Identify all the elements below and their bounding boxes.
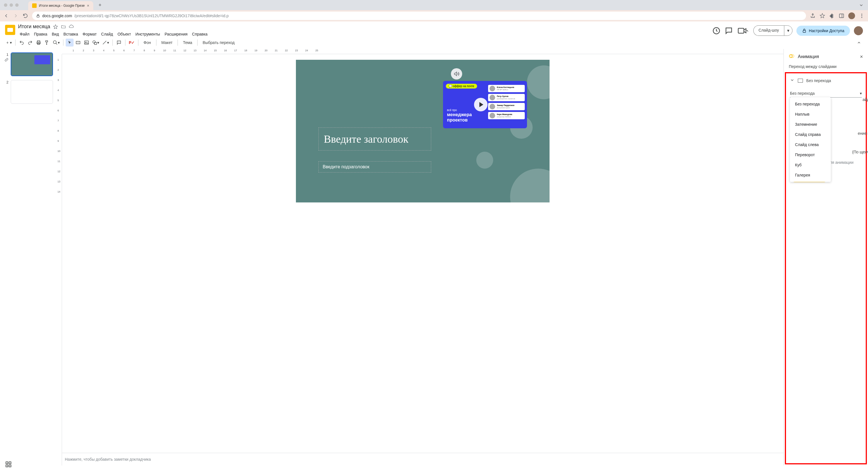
- slides-logo-icon[interactable]: [5, 25, 15, 35]
- embedded-video[interactable]: 💬 оффер на почте всё про менеджера проек…: [443, 81, 527, 128]
- menu-Расширения[interactable]: Расширения: [163, 31, 189, 37]
- slide-canvas[interactable]: 💬 оффер на почте всё про менеджера проек…: [296, 60, 550, 202]
- browser-profile-avatar[interactable]: [848, 12, 855, 19]
- svg-rect-25: [9, 462, 11, 464]
- browser-tab[interactable]: Итоги месяца - Google Презе ×: [28, 1, 93, 10]
- canvas-scroll[interactable]: 💬 оффер на почте всё про менеджера проек…: [62, 54, 783, 453]
- new-slide-button[interactable]: + ▾: [5, 39, 13, 47]
- svg-rect-27: [9, 465, 11, 466]
- transition-option[interactable]: Без перехода: [790, 99, 831, 109]
- background-button[interactable]: Фон: [141, 40, 154, 45]
- slideshow-dropdown[interactable]: ▾: [784, 25, 793, 36]
- share-button[interactable]: Настройки Доступа: [797, 26, 850, 36]
- zoom-button[interactable]: ▾: [52, 39, 61, 47]
- tab-bar: Итоги месяца - Google Презе × +: [28, 0, 104, 10]
- transition-option[interactable]: Слайд слева: [790, 140, 831, 150]
- layout-button[interactable]: Макет: [159, 40, 176, 45]
- svg-rect-26: [6, 465, 8, 466]
- menu-Файл[interactable]: Файл: [18, 31, 31, 37]
- extensions-icon[interactable]: [829, 13, 835, 19]
- line-tool[interactable]: ▾: [101, 39, 110, 47]
- explore-icon[interactable]: [5, 461, 12, 466]
- print-button[interactable]: [35, 39, 42, 47]
- transition-button[interactable]: Выбрать переход: [200, 40, 237, 45]
- svg-line-13: [56, 43, 57, 45]
- slideshow-button[interactable]: Слайд-шоу: [753, 25, 784, 36]
- share-page-icon[interactable]: [810, 13, 815, 19]
- video-badge: 💬 оффер на почте: [446, 84, 477, 89]
- textbox-tool[interactable]: T: [74, 39, 82, 47]
- animation-sidebar: Анимация × Переход между слайдами Без пе…: [783, 49, 868, 466]
- move-folder-icon[interactable]: [61, 24, 66, 29]
- slide-thumbnail-1[interactable]: [11, 53, 53, 76]
- dropdown-arrow-icon: ▾: [860, 91, 862, 95]
- shape-tool[interactable]: ▾: [91, 39, 100, 47]
- tabs-dropdown-icon[interactable]: [859, 2, 864, 8]
- cloud-saved-icon[interactable]: [69, 24, 74, 29]
- history-icon[interactable]: [712, 27, 721, 35]
- collapse-toolbar-icon[interactable]: [855, 39, 863, 47]
- peek-text-click: (По щелчку): [852, 150, 868, 154]
- forward-button[interactable]: [13, 13, 19, 19]
- app-header: Итоги месяца ФайлПравкаВидВставкаФорматС…: [0, 22, 868, 37]
- menu-Инструменты[interactable]: Инструменты: [134, 31, 162, 37]
- slide-thumbnail-2[interactable]: [11, 80, 53, 104]
- lock-icon: [802, 28, 807, 33]
- doc-title[interactable]: Итоги месяца: [18, 24, 50, 30]
- maximize-window-dot[interactable]: [15, 3, 19, 7]
- subtitle-placeholder[interactable]: Введите подзаголовок: [318, 161, 431, 173]
- svg-point-12: [53, 40, 56, 44]
- comments-icon[interactable]: [724, 27, 733, 35]
- menu-Справка[interactable]: Справка: [190, 31, 209, 37]
- sidebar-title: Анимация: [798, 54, 857, 59]
- peek-text-anim: ение при: [858, 131, 868, 136]
- menu-Вставка[interactable]: Вставка: [62, 31, 80, 37]
- select-tool[interactable]: [66, 39, 73, 47]
- transition-option[interactable]: Галерея: [790, 170, 831, 180]
- paint-format-button[interactable]: [43, 39, 51, 47]
- speaker-notes[interactable]: Нажмите, чтобы добавить заметки докладчи…: [56, 453, 783, 466]
- transition-select[interactable]: Без перехода ▾ Без переходаНаплывЗатемне…: [790, 89, 862, 97]
- close-window-dot[interactable]: [4, 3, 7, 7]
- transition-option[interactable]: Наплыв: [790, 109, 831, 119]
- bookmark-star-icon[interactable]: [819, 13, 825, 19]
- browser-menu-icon[interactable]: [859, 13, 865, 19]
- new-tab-button[interactable]: +: [96, 1, 104, 9]
- transition-option[interactable]: Слайд справа: [790, 129, 831, 140]
- reload-button[interactable]: [23, 13, 28, 19]
- transition-option[interactable]: Затемнение: [790, 119, 831, 129]
- svg-rect-8: [803, 30, 805, 32]
- audio-icon[interactable]: [451, 68, 462, 80]
- menu-Слайд[interactable]: Слайд: [99, 31, 115, 37]
- window-controls: Итоги месяца - Google Презе × +: [0, 0, 868, 10]
- menu-Объект[interactable]: Объект: [116, 31, 133, 37]
- undo-button[interactable]: [18, 39, 26, 47]
- star-icon[interactable]: [53, 24, 58, 29]
- image-tool[interactable]: [83, 39, 90, 47]
- subtitle-text: Введите подзаголовок: [323, 165, 427, 170]
- redo-button[interactable]: [26, 39, 34, 47]
- tab-title: Итоги месяца - Google Презе: [39, 4, 85, 8]
- meet-icon[interactable]: [737, 27, 749, 35]
- user-avatar[interactable]: [854, 26, 863, 35]
- select-value: Без перехода: [790, 91, 815, 95]
- menu-Формат[interactable]: Формат: [81, 31, 98, 37]
- transition-row[interactable]: Без перехода: [786, 76, 866, 85]
- menu-Правка[interactable]: Правка: [32, 31, 49, 37]
- play-icon[interactable]: [474, 98, 488, 111]
- close-icon[interactable]: ×: [860, 54, 863, 60]
- menu-Вид[interactable]: Вид: [50, 31, 61, 37]
- transition-option[interactable]: Переворот: [790, 150, 831, 160]
- spelling-button[interactable]: Р✓: [128, 39, 136, 47]
- tab-close-icon[interactable]: ×: [87, 3, 89, 8]
- title-placeholder[interactable]: Введите заголовок: [318, 127, 431, 151]
- minimize-window-dot[interactable]: [9, 3, 13, 7]
- back-button[interactable]: [3, 13, 9, 19]
- url-input[interactable]: docs.google.com/presentation/d/1-qp78zwC…: [32, 11, 806, 20]
- highlight-annotation: Без перехода Без перехода ▾ Без перехода…: [785, 72, 867, 464]
- comment-tool[interactable]: +: [115, 39, 123, 47]
- sidepanel-icon[interactable]: [839, 13, 844, 19]
- theme-button[interactable]: Тема: [180, 40, 195, 45]
- peek-text-slides: айдам: [863, 97, 868, 102]
- transition-option[interactable]: Куб: [790, 160, 831, 170]
